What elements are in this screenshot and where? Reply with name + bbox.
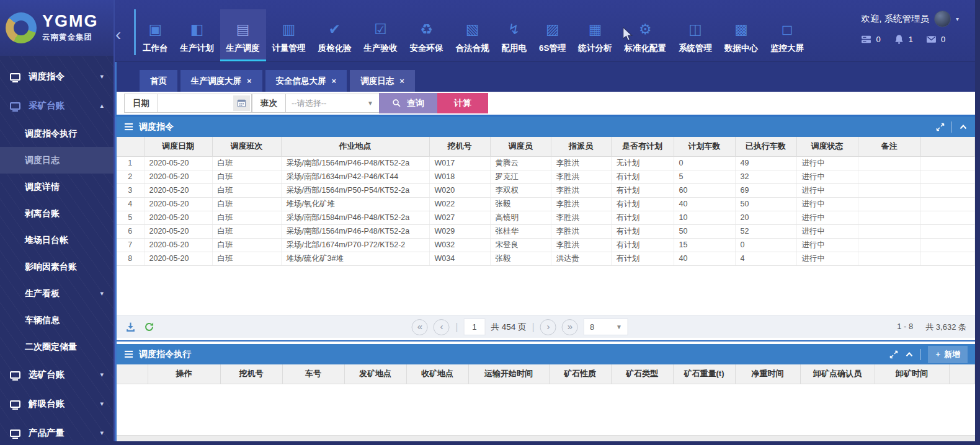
table-cell: 有计划 xyxy=(611,252,674,265)
table-row[interactable]: 72020-05-20白班采场/北部/1674m/P70-P72/KT52-2W… xyxy=(117,238,975,252)
table-row[interactable]: 42020-05-20白班堆场/氧化矿堆W022张毅李胜洪有计划4050进行中 xyxy=(117,197,975,211)
next-page-button[interactable]: › xyxy=(540,319,556,335)
topnav-item-system[interactable]: ◫系统管理 xyxy=(672,9,718,61)
horizontal-scrollbar[interactable] xyxy=(117,435,975,441)
table-cell xyxy=(858,224,920,238)
topnav-item-bigscreen[interactable]: ◻监控大屏 xyxy=(764,9,810,61)
table-cell: 无计划 xyxy=(611,156,674,170)
sidebar-item[interactable]: 堆场日台帐 xyxy=(0,227,114,253)
table-cell: 进行中 xyxy=(796,170,858,183)
dispatch-orders-panel: 调度指令 调度日期调度班次作业地点挖机号调度员指派员是否有计划计划车数已执行车数… xyxy=(117,117,975,338)
expand-icon[interactable] xyxy=(889,350,898,359)
total-pages-text: 共 454 页 xyxy=(491,322,526,333)
column-header: 卸矿时间 xyxy=(875,364,949,384)
topnav-item-stats[interactable]: ▦统计分析 xyxy=(572,9,618,61)
topnav-item-production-dispatch[interactable]: ▤生产调度 xyxy=(220,9,266,61)
sidebar-item-label: 调度详情 xyxy=(25,182,60,193)
sidebar-group[interactable]: 选矿台账▾ xyxy=(0,360,114,389)
collapse-panel-icon[interactable] xyxy=(905,350,914,359)
first-page-button[interactable]: « xyxy=(412,319,428,335)
column-header: 是否有计划 xyxy=(611,137,674,156)
table-cell: 40 xyxy=(674,252,735,265)
sidebar-item[interactable]: 车辆信息 xyxy=(0,307,114,333)
table-row[interactable]: 32020-05-20白班采场/西部/1564m/P50-P54/KT52-2a… xyxy=(117,183,975,197)
sidebar-item[interactable]: 剥离台账 xyxy=(0,200,114,227)
last-page-button[interactable]: » xyxy=(562,319,578,335)
sidebar-item[interactable]: 二次圈定储量 xyxy=(0,333,114,360)
table-cell: 进行中 xyxy=(796,197,858,211)
datacenter-icon: ▩ xyxy=(734,22,748,37)
table-cell: 6 xyxy=(117,224,144,238)
chevron-down-icon: ▼ xyxy=(367,100,373,107)
sidebar-item[interactable]: 调度指令执行 xyxy=(0,120,114,147)
add-button[interactable]: + 新增 xyxy=(928,346,968,363)
close-icon[interactable]: × xyxy=(247,76,252,86)
refresh-icon[interactable] xyxy=(144,322,154,332)
table-cell: 2020-05-20 xyxy=(144,197,212,211)
sidebar-group-label: 产品产量 xyxy=(29,427,65,439)
table-cell: 有计划 xyxy=(611,211,674,224)
user-menu-caret-icon[interactable]: ▾ xyxy=(956,15,959,22)
sidebar-group[interactable]: 调度指令▾ xyxy=(0,62,114,91)
tab[interactable]: 安全信息大屏× xyxy=(265,70,347,92)
topnav-item-compliance[interactable]: ▧合法合规 xyxy=(450,9,496,61)
sidebar-group[interactable]: 解吸台账▾ xyxy=(0,389,114,418)
panel-title: 调度指令执行 xyxy=(139,349,191,360)
sidebar-group[interactable]: 采矿台账▴ xyxy=(0,91,114,120)
table-row[interactable]: 12020-05-20白班采场/南部/1564m/P46-P48/KT52-2a… xyxy=(117,156,975,170)
table-cell: 张毅 xyxy=(490,252,551,265)
mail-icon[interactable] xyxy=(926,34,937,45)
topnav-item-workbench[interactable]: ▣工作台 xyxy=(136,9,174,61)
close-icon[interactable]: × xyxy=(399,76,404,86)
topnav-item-datacenter[interactable]: ▩数据中心 xyxy=(718,9,764,61)
topnav-item-power[interactable]: ↯配用电 xyxy=(496,9,533,61)
query-button[interactable]: 查询 xyxy=(379,93,437,113)
column-header: 计划车数 xyxy=(674,137,735,156)
tab[interactable]: 生产调度大屏× xyxy=(180,70,262,92)
topnav-item-measurement[interactable]: ▥计量管理 xyxy=(266,9,312,61)
sidebar-item[interactable]: 调度日志 xyxy=(0,147,114,174)
sidebar-item[interactable]: 生产看板▾ xyxy=(0,280,114,307)
topnav-item-safety[interactable]: ♻安全环保 xyxy=(404,9,450,61)
calc-button[interactable]: 计算 xyxy=(437,93,488,113)
collapse-panel-icon[interactable] xyxy=(959,123,968,131)
table-cell: 15 xyxy=(674,238,735,252)
calendar-icon[interactable] xyxy=(233,95,250,111)
date-input[interactable] xyxy=(158,94,252,113)
close-icon[interactable]: × xyxy=(332,76,337,86)
table-cell: 白班 xyxy=(212,183,281,197)
table-row[interactable]: 52020-05-20白班采场/南部/1584m/P46-P48/KT52-2a… xyxy=(117,211,975,224)
expand-icon[interactable] xyxy=(936,123,945,131)
topnav-item-production-plan[interactable]: ◧生产计划 xyxy=(174,9,220,61)
monitor-icon xyxy=(10,102,20,110)
topnav-item-acceptance[interactable]: ☑生产验收 xyxy=(358,9,404,61)
table-cell xyxy=(920,252,975,265)
table-row[interactable]: 22020-05-20白班采场/南部/1634m/P42-P46/KT44W01… xyxy=(117,170,975,183)
topnav-item-quality[interactable]: ✔质检化验 xyxy=(312,9,358,61)
welcome-text: 欢迎, 系统管理员 xyxy=(861,13,929,25)
logo[interactable]: YGMG 云南黄金集团 xyxy=(0,0,114,56)
shift-select[interactable]: --请选择-- ▼ xyxy=(285,94,380,113)
topnav-item-sixs[interactable]: ▨6S管理 xyxy=(533,9,572,61)
server-icon[interactable] xyxy=(861,34,871,45)
page-size-select[interactable]: 8 ▼ xyxy=(584,319,628,335)
sidebar-item[interactable]: 调度详情 xyxy=(0,174,114,200)
shift-label: 班次 xyxy=(252,94,286,113)
table-cell: 5 xyxy=(674,170,735,183)
user-avatar[interactable] xyxy=(934,11,951,27)
page-input[interactable]: 1 xyxy=(463,319,485,335)
bell-icon[interactable] xyxy=(894,34,904,45)
sixs-icon: ▨ xyxy=(546,22,559,37)
column-header xyxy=(920,137,975,156)
table-row[interactable]: 82020-05-20白班堆场/硫化矿3#堆W034张毅洪达贵有计划404进行中 xyxy=(117,252,975,265)
tab[interactable]: 调度日志× xyxy=(350,70,415,92)
sidebar-group[interactable]: 产品产量▾ xyxy=(0,418,114,445)
prev-page-button[interactable]: ‹ xyxy=(434,319,450,335)
sidebar-item-label: 调度日志 xyxy=(25,155,60,166)
table-row[interactable]: 62020-05-20白班采场/南部/1564m/P46-P48/KT52-2a… xyxy=(117,224,975,238)
download-icon[interactable] xyxy=(125,322,136,332)
column-header: 操作 xyxy=(148,364,220,384)
sidebar-item[interactable]: 影响因素台账 xyxy=(0,253,114,280)
tab[interactable]: 首页 xyxy=(140,70,177,92)
sidebar-collapse-icon[interactable]: ‹ xyxy=(115,26,121,43)
